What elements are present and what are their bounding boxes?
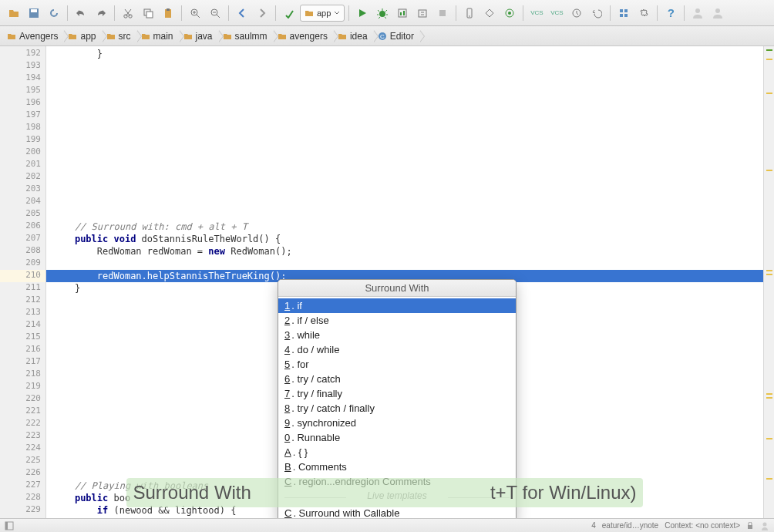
line-number[interactable]: 203: [0, 184, 45, 196]
line-number[interactable]: 209: [0, 258, 45, 270]
breadcrumb-item[interactable]: CEditor: [374, 28, 420, 45]
user2-icon[interactable]: [708, 4, 727, 22]
line-number[interactable]: 208: [0, 245, 45, 258]
code-line[interactable]: public void doStannisRuleTheWorld() {: [46, 233, 763, 245]
code-line[interactable]: }: [46, 48, 763, 60]
error-stripe-mark[interactable]: [766, 478, 772, 480]
line-number[interactable]: 195: [0, 85, 45, 97]
popup-item[interactable]: 2. if / else: [278, 313, 516, 328]
line-number[interactable]: 221: [0, 406, 45, 418]
code-line[interactable]: [46, 196, 763, 208]
hector-icon[interactable]: [760, 521, 769, 530]
line-number[interactable]: 206: [0, 221, 45, 233]
line-number[interactable]: 202: [0, 171, 45, 184]
error-stripe-mark[interactable]: [766, 49, 772, 51]
code-line[interactable]: [46, 184, 763, 196]
popup-item[interactable]: 9. synchronized: [278, 416, 516, 430]
line-number[interactable]: 197: [0, 109, 45, 122]
tool-window-icon[interactable]: [5, 521, 14, 530]
line-number[interactable]: 210: [0, 270, 45, 282]
error-stripe-mark[interactable]: [766, 59, 772, 60]
settings-icon[interactable]: [634, 4, 653, 22]
code-line[interactable]: [46, 122, 763, 134]
popup-item[interactable]: A. { }: [278, 445, 516, 460]
code-line[interactable]: [46, 146, 763, 159]
line-number[interactable]: 198: [0, 122, 45, 134]
cut-icon[interactable]: [119, 4, 137, 22]
breadcrumb-item[interactable]: Avengers: [3, 28, 64, 45]
status-context[interactable]: Context: <no context>: [665, 521, 740, 530]
paste-icon[interactable]: [159, 4, 177, 22]
code-line[interactable]: RedWoman redWoman = new RedWoman();: [46, 245, 763, 258]
line-number[interactable]: 218: [0, 369, 45, 381]
popup-item[interactable]: C. region...endregion Comments: [278, 474, 516, 489]
vcs-update-icon[interactable]: VCS: [527, 4, 546, 22]
code-line[interactable]: [46, 208, 763, 221]
line-number[interactable]: 193: [0, 60, 45, 72]
error-stripe-mark[interactable]: [766, 170, 772, 171]
code-line[interactable]: [46, 97, 763, 109]
code-line[interactable]: [46, 109, 763, 122]
breadcrumb-item[interactable]: src: [103, 28, 137, 45]
popup-item[interactable]: 4. do / while: [278, 342, 516, 357]
breadcrumb-item[interactable]: app: [64, 28, 102, 45]
help-icon[interactable]: ?: [661, 4, 680, 22]
line-number[interactable]: 219: [0, 381, 45, 393]
line-number[interactable]: 215: [0, 332, 45, 344]
line-number[interactable]: 205: [0, 208, 45, 221]
attach-icon[interactable]: [413, 4, 432, 22]
line-number[interactable]: 207: [0, 233, 45, 245]
breadcrumb-item[interactable]: avengers: [274, 28, 334, 45]
popup-item[interactable]: 1. if: [278, 298, 516, 313]
zoom-in-icon[interactable]: [186, 4, 204, 22]
line-number[interactable]: 204: [0, 196, 45, 208]
popup-item[interactable]: 3. while: [278, 328, 516, 342]
run-icon[interactable]: [353, 4, 372, 22]
code-line[interactable]: [46, 85, 763, 97]
copy-icon[interactable]: [139, 4, 157, 22]
line-number[interactable]: 192: [0, 48, 45, 60]
line-number[interactable]: 196: [0, 97, 45, 109]
forward-icon[interactable]: [253, 4, 271, 22]
error-stripe-mark[interactable]: [766, 270, 772, 271]
code-line[interactable]: [46, 60, 763, 72]
error-stripe-mark[interactable]: [766, 397, 772, 399]
lock-icon[interactable]: [746, 522, 754, 530]
zoom-out-icon[interactable]: [206, 4, 224, 22]
line-number[interactable]: 214: [0, 319, 45, 332]
open-file-icon[interactable]: [5, 4, 23, 22]
error-stripe-mark[interactable]: [766, 274, 772, 275]
back-icon[interactable]: [233, 4, 251, 22]
line-number[interactable]: 199: [0, 134, 45, 146]
sync-icon[interactable]: [45, 4, 63, 22]
revert-icon[interactable]: [587, 4, 606, 22]
line-number[interactable]: 212: [0, 295, 45, 307]
breadcrumb-item[interactable]: idea: [334, 28, 374, 45]
make-icon[interactable]: [280, 4, 298, 22]
popup-item[interactable]: 8. try / catch / finally: [278, 401, 516, 416]
error-stripe-mark[interactable]: [766, 93, 772, 94]
line-number[interactable]: 223: [0, 430, 45, 443]
popup-item[interactable]: 6. try / catch: [278, 372, 516, 386]
popup-item[interactable]: 0. Runnable: [278, 430, 516, 445]
run-config-combo[interactable]: app: [300, 5, 345, 22]
code-line[interactable]: [46, 159, 763, 171]
popup-item[interactable]: 7. try / finally: [278, 386, 516, 401]
line-number[interactable]: 226: [0, 467, 45, 480]
breadcrumb-item[interactable]: saulmm: [219, 28, 274, 45]
line-number[interactable]: 227: [0, 480, 45, 492]
error-stripe[interactable]: [763, 46, 774, 518]
line-number[interactable]: 213: [0, 307, 45, 319]
code-line[interactable]: [46, 134, 763, 146]
error-stripe-mark[interactable]: [766, 438, 772, 439]
error-stripe-mark[interactable]: [766, 393, 772, 395]
line-number[interactable]: 211: [0, 282, 45, 295]
line-number[interactable]: 220: [0, 393, 45, 406]
line-number[interactable]: 229: [0, 504, 45, 517]
code-line[interactable]: [46, 171, 763, 184]
user1-icon[interactable]: [688, 4, 707, 22]
popup-item[interactable]: B. Comments: [278, 460, 516, 474]
code-line[interactable]: [46, 72, 763, 85]
save-icon[interactable]: [25, 4, 43, 22]
breadcrumb-item[interactable]: java: [180, 28, 219, 45]
